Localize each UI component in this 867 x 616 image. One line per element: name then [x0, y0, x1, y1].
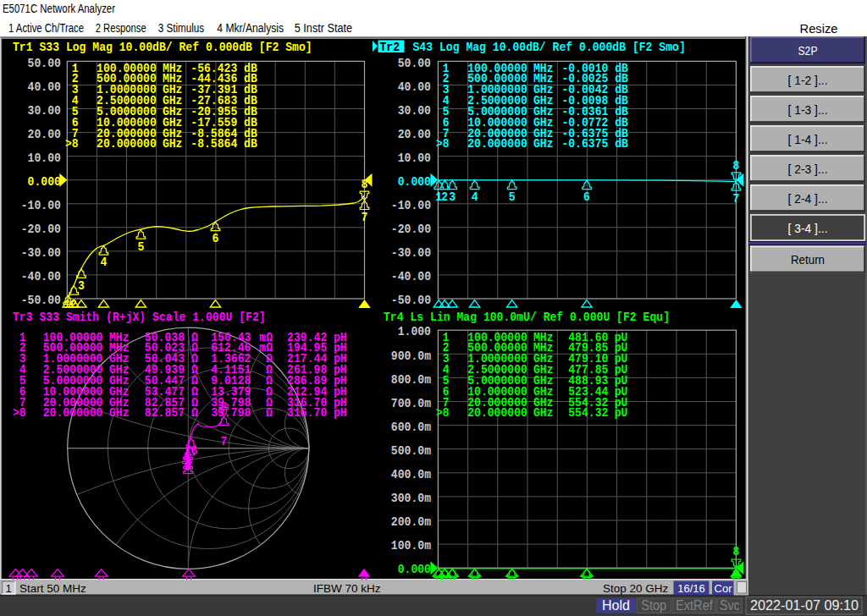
svg-text:900.0m: 900.0m: [391, 349, 431, 363]
svg-text:40.00: 40.00: [28, 80, 61, 94]
svg-text:1: 1: [6, 582, 12, 595]
svg-text:Return: Return: [791, 252, 825, 267]
svg-text:-20.00: -20.00: [391, 223, 431, 236]
svg-text:S2P: S2P: [798, 43, 818, 58]
svg-text:20.000000: 20.000000: [467, 406, 527, 420]
svg-text:3: 3: [78, 279, 85, 293]
svg-text:1 Active Ch/Trace: 1 Active Ch/Trace: [8, 21, 84, 35]
svg-text:700.0m: 700.0m: [391, 397, 431, 410]
svg-text:30.00: 30.00: [28, 104, 61, 118]
svg-text:6: 6: [213, 232, 219, 245]
svg-text:0.000: 0.000: [28, 175, 61, 189]
svg-text:[ 2-4 ]...: [ 2-4 ]...: [788, 191, 828, 206]
svg-text:Cor: Cor: [715, 582, 733, 595]
svg-text:-0.6375: -0.6375: [561, 137, 608, 151]
svg-text:400.0m: 400.0m: [391, 468, 431, 481]
svg-text:IFBW 70 kHz: IFBW 70 kHz: [313, 582, 381, 595]
svg-text:39.798: 39.798: [211, 406, 251, 420]
svg-text:200.0m: 200.0m: [391, 515, 431, 529]
svg-text:pU: pU: [615, 406, 628, 420]
svg-text:2: 2: [441, 190, 448, 204]
svg-text:Tr4 Ls Lin Mag 100.0mU/ Ref 0.: Tr4 Ls Lin Mag 100.0mU/ Ref 0.000U [F2 E…: [384, 311, 670, 324]
svg-text:20.00: 20.00: [28, 128, 61, 141]
svg-text:316.70: 316.70: [287, 406, 327, 420]
svg-text:10.00: 10.00: [28, 151, 61, 165]
svg-text:3 Stimulus: 3 Stimulus: [158, 21, 204, 35]
svg-text:Tr2: Tr2: [380, 41, 400, 54]
svg-text:82.857: 82.857: [145, 406, 185, 420]
svg-text:5: 5: [509, 190, 516, 204]
svg-text:-50.00: -50.00: [21, 294, 61, 307]
svg-text:800.0m: 800.0m: [391, 373, 431, 387]
svg-text:-30.00: -30.00: [391, 246, 431, 260]
svg-text:2022-01-07 09:10: 2022-01-07 09:10: [750, 597, 859, 613]
svg-text:40.00: 40.00: [398, 80, 431, 94]
svg-text:Resize: Resize: [800, 22, 838, 36]
svg-text:dB: dB: [615, 137, 628, 151]
svg-text:>8: >8: [13, 406, 26, 420]
svg-text:4: 4: [100, 256, 107, 269]
svg-text:Tr3 S33 Smith (R+jX) Scale 1.0: Tr3 S33 Smith (R+jX) Scale 1.000U [F2]: [13, 311, 266, 324]
svg-text:16/16: 16/16: [677, 582, 705, 595]
svg-text:-8.5864: -8.5864: [191, 137, 237, 151]
svg-text:4 Mkr/Analysis: 4 Mkr/Analysis: [217, 21, 284, 35]
svg-text:1.000: 1.000: [398, 325, 431, 338]
svg-text:Svc: Svc: [720, 598, 740, 613]
svg-text:7: 7: [732, 192, 739, 206]
svg-text:20.000000: 20.000000: [467, 137, 527, 151]
svg-text:[ 1-2 ]...: [ 1-2 ]...: [788, 73, 828, 87]
svg-text:Tr1 S33 Log Mag 10.00dB/ Ref 0: Tr1 S33 Log Mag 10.00dB/ Ref 0.000dB [F2…: [13, 41, 312, 54]
svg-text:[ 1-3 ]...: [ 1-3 ]...: [788, 102, 828, 117]
svg-text:0.000: 0.000: [398, 175, 431, 189]
svg-text:-50.00: -50.00: [391, 294, 431, 307]
svg-text:600.0m: 600.0m: [391, 421, 431, 434]
svg-text:Hold: Hold: [602, 598, 630, 613]
svg-text:dB: dB: [244, 137, 257, 151]
svg-text:>8: >8: [436, 406, 450, 420]
svg-text:0.000: 0.000: [398, 563, 431, 576]
svg-text:E5071C Network Analyzer: E5071C Network Analyzer: [3, 2, 115, 15]
svg-text:GHz: GHz: [533, 137, 554, 151]
svg-text:S43 Log Mag 10.00dB/ Ref 0.000: S43 Log Mag 10.00dB/ Ref 0.000dB [F2 Smo…: [413, 41, 686, 54]
svg-text:6: 6: [583, 190, 590, 204]
svg-text:>8: >8: [65, 137, 79, 151]
svg-text:50.00: 50.00: [398, 57, 431, 70]
svg-text:8: 8: [732, 545, 739, 558]
svg-text:Stop 20 GHz: Stop 20 GHz: [603, 582, 669, 595]
svg-text:GHz: GHz: [533, 406, 554, 420]
svg-text:500.0m: 500.0m: [391, 444, 431, 458]
svg-text:pH: pH: [334, 406, 347, 420]
svg-text:554.32: 554.32: [568, 406, 608, 420]
svg-text:5 Instr State: 5 Instr State: [295, 21, 353, 35]
svg-text:Stop: Stop: [641, 598, 666, 613]
svg-text:300.0m: 300.0m: [391, 492, 431, 505]
svg-text:GHz: GHz: [163, 137, 183, 151]
svg-text:20.00: 20.00: [398, 128, 431, 141]
svg-text:Ω: Ω: [266, 406, 273, 420]
svg-text:[ 3-4 ]...: [ 3-4 ]...: [788, 221, 828, 235]
svg-text:20.000000: 20.000000: [43, 406, 103, 420]
svg-text:-40.00: -40.00: [391, 270, 431, 283]
svg-text:30.00: 30.00: [398, 104, 431, 118]
svg-text:6: 6: [191, 444, 198, 458]
svg-text:-20.00: -20.00: [21, 223, 61, 236]
svg-text:4: 4: [472, 190, 478, 204]
svg-text:10.00: 10.00: [398, 151, 431, 165]
svg-text:50.00: 50.00: [28, 57, 61, 70]
svg-text:>8: >8: [436, 137, 450, 151]
svg-text:-40.00: -40.00: [21, 270, 61, 283]
svg-text:GHz: GHz: [109, 406, 130, 420]
svg-text:100.0m: 100.0m: [391, 539, 431, 553]
svg-text:2 Response: 2 Response: [96, 21, 146, 35]
svg-text:3: 3: [449, 190, 456, 204]
svg-text:-10.00: -10.00: [21, 199, 61, 212]
svg-text:-10.00: -10.00: [391, 199, 431, 212]
svg-text:[ 2-3 ]...: [ 2-3 ]...: [788, 162, 828, 176]
svg-text:Ω: Ω: [191, 406, 198, 420]
svg-text:ExtRef: ExtRef: [676, 598, 714, 613]
svg-text:Start 50 MHz: Start 50 MHz: [19, 582, 86, 595]
svg-text:-30.00: -30.00: [21, 246, 61, 260]
svg-text:7: 7: [362, 211, 368, 224]
svg-text:[ 1-4 ]...: [ 1-4 ]...: [788, 132, 828, 146]
svg-text:5: 5: [137, 240, 144, 254]
